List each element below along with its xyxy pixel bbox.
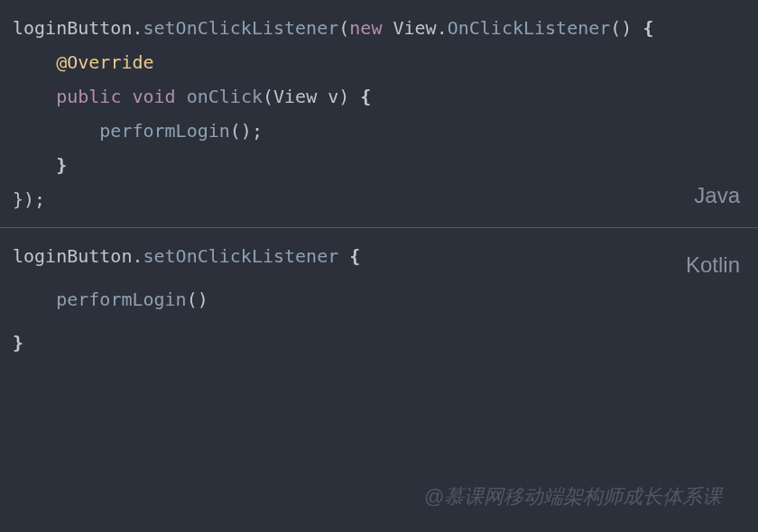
- code-token: (): [610, 17, 632, 39]
- code-token: performLogin: [99, 120, 230, 142]
- code-line: loginButton.setOnClickListener(new View.…: [13, 11, 745, 45]
- code-token: View: [382, 17, 436, 39]
- code-token: onClick: [187, 86, 263, 107]
- code-token: setOnClickListener: [143, 17, 339, 39]
- code-token: ();: [230, 120, 263, 142]
- code-token: public: [56, 86, 121, 107]
- code-token: {: [338, 245, 360, 267]
- code-token: performLogin: [56, 289, 187, 310]
- code-token: OnClickListener: [448, 17, 611, 39]
- java-code-block: loginButton.setOnClickListener(new View.…: [0, 0, 758, 228]
- language-label-java: Java: [694, 175, 740, 216]
- code-line: performLogin();: [13, 114, 745, 148]
- code-token: });: [13, 188, 45, 210]
- watermark-text: @慕课网移动端架构师成长体系课: [424, 478, 722, 516]
- code-line: @Override: [13, 45, 745, 79]
- indent: [13, 289, 56, 310]
- language-label-kotlin: Kotlin: [686, 244, 740, 286]
- code-token: (: [263, 86, 273, 107]
- indent: [13, 86, 56, 107]
- code-token: loginButton: [13, 245, 132, 267]
- code-token: [121, 86, 132, 107]
- code-token: void: [132, 86, 175, 107]
- code-token: .: [437, 17, 448, 39]
- code-token: View v: [273, 86, 338, 107]
- code-token: new: [349, 17, 382, 39]
- code-token: }: [13, 332, 23, 353]
- code-token: .: [132, 17, 143, 39]
- code-token: {: [349, 86, 371, 107]
- code-token: ): [338, 86, 349, 107]
- code-line: });: [13, 182, 745, 216]
- kotlin-code-block: Kotlin loginButton.setOnClickListener { …: [0, 228, 758, 371]
- code-token: @Override: [56, 51, 153, 73]
- code-token: loginButton: [13, 17, 132, 39]
- code-line: }: [13, 326, 745, 360]
- code-line: performLogin(): [13, 282, 745, 316]
- code-token: setOnClickListener: [143, 245, 339, 267]
- code-line: }: [13, 148, 745, 182]
- code-token: }: [56, 154, 67, 176]
- code-token: {: [632, 17, 653, 39]
- code-token: .: [132, 245, 143, 267]
- code-token: (: [338, 17, 349, 39]
- indent: [13, 51, 56, 73]
- code-line: loginButton.setOnClickListener {: [13, 239, 745, 273]
- indent: [13, 120, 99, 142]
- code-token: [176, 86, 187, 107]
- code-token: (): [187, 289, 208, 310]
- code-line: public void onClick(View v) {: [13, 79, 745, 114]
- indent: [13, 154, 56, 176]
